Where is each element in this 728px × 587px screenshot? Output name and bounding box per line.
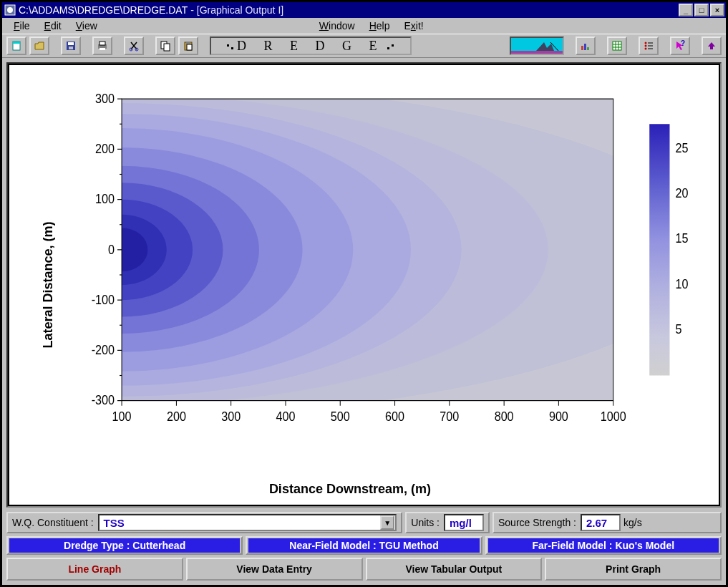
svg-rect-9: [100, 48, 105, 50]
svg-rect-24: [581, 46, 583, 50]
svg-rect-18: [231, 47, 233, 49]
open-file-button[interactable]: [29, 37, 49, 55]
spreadsheet-button[interactable]: [607, 37, 627, 55]
svg-text:5: 5: [676, 321, 682, 336]
colorbar: [649, 124, 669, 375]
dredge-type-badge: Dredge Type : Cutterhead: [6, 536, 243, 555]
svg-text:-200: -200: [92, 342, 115, 357]
svg-point-32: [645, 42, 647, 44]
list-icon: [643, 40, 654, 52]
svg-text:-300: -300: [92, 392, 115, 407]
control-panel: W.Q. Constituent : TSS ▼ Units : mg/l So…: [2, 509, 726, 585]
svg-text:300: 300: [221, 409, 241, 424]
x-tick: 200: [167, 401, 186, 424]
near-field-badge: Near-Field Model : TGU Method: [246, 536, 482, 555]
scissors-icon: [128, 40, 140, 52]
x-tick: 400: [276, 401, 296, 424]
x-tick: 900: [549, 401, 568, 424]
y-tick: -300: [92, 392, 122, 407]
menu-edit[interactable]: Edit: [37, 20, 69, 31]
y-tick: 200: [95, 141, 122, 156]
app-icon: [4, 4, 16, 16]
printer-icon: [97, 40, 108, 52]
help-button[interactable]: ?: [670, 37, 690, 55]
svg-text:900: 900: [549, 409, 568, 424]
new-file-button[interactable]: [6, 37, 26, 55]
minimize-button[interactable]: _: [679, 4, 693, 16]
window-subtitle: - [Graphical Output I]: [190, 4, 283, 16]
menu-view[interactable]: View: [69, 20, 105, 31]
heatmap-plot: 300 200 100 0 -100 -200 -300: [42, 74, 707, 476]
banner-text: D R E D G E: [237, 39, 384, 54]
combo-dropdown-button[interactable]: ▼: [380, 515, 394, 530]
menu-window[interactable]: Window: [312, 20, 362, 31]
thumbnail-preview: [510, 37, 564, 55]
svg-rect-27: [613, 42, 621, 50]
upload-button[interactable]: [702, 37, 722, 55]
paste-icon: [183, 40, 194, 52]
x-tick: 300: [221, 401, 241, 424]
svg-text:400: 400: [276, 409, 296, 424]
svg-point-1: [7, 7, 13, 13]
open-folder-icon: [34, 40, 45, 52]
svg-rect-3: [13, 42, 20, 44]
help-arrow-icon: ?: [674, 40, 686, 52]
view-data-entry-button[interactable]: View Data Entry: [186, 558, 363, 581]
svg-rect-20: [392, 44, 394, 47]
svg-rect-25: [584, 44, 586, 50]
cut-button[interactable]: [124, 37, 144, 55]
units-value: mg/l: [444, 514, 484, 531]
print-button[interactable]: [92, 37, 112, 55]
save-button[interactable]: [61, 37, 81, 55]
svg-text:100: 100: [112, 409, 132, 424]
menu-bar: File Edit View Window Help Exit!: [2, 18, 726, 34]
svg-text:800: 800: [495, 409, 514, 424]
svg-rect-5: [68, 42, 74, 45]
menu-exit[interactable]: Exit!: [397, 20, 430, 31]
svg-text:200: 200: [167, 409, 186, 424]
constituent-label: W.Q. Constituent :: [12, 517, 94, 528]
far-field-badge: Far-Field Model : Kuo's Model: [485, 536, 722, 555]
constituent-combo[interactable]: TSS ▼: [98, 514, 397, 531]
x-tick: 1000: [601, 401, 626, 424]
svg-text:25: 25: [676, 140, 689, 155]
floppy-disk-icon: [65, 40, 77, 52]
print-graph-button[interactable]: Print Graph: [545, 558, 722, 581]
constituent-field: W.Q. Constituent : TSS ▼: [6, 512, 402, 533]
bar-chart-icon: [580, 40, 591, 52]
svg-text:0: 0: [108, 242, 115, 257]
svg-rect-19: [387, 47, 389, 49]
list-button[interactable]: [639, 37, 659, 55]
svg-rect-6: [69, 47, 73, 49]
line-graph-button[interactable]: Line Graph: [6, 558, 183, 581]
x-axis-title: Distance Downstream, (m): [269, 482, 431, 497]
client-area: Lateral Distance, (m) Distance Downstrea…: [2, 58, 726, 585]
title-bar: C:\ADDAMS\DREDGE\DREDGE.DAT - [Graphical…: [2, 2, 726, 18]
new-file-icon: [11, 40, 22, 52]
svg-text:20: 20: [676, 185, 689, 200]
x-tick: 100: [112, 401, 132, 424]
chart-button[interactable]: [576, 37, 596, 55]
spreadsheet-icon: [611, 40, 623, 52]
constituent-value: TSS: [100, 517, 381, 529]
svg-rect-26: [587, 47, 589, 50]
menu-file[interactable]: File: [6, 20, 37, 31]
svg-text:1000: 1000: [601, 409, 626, 424]
paste-button[interactable]: [178, 37, 198, 55]
x-tick: 700: [440, 401, 459, 424]
plot-frame: Lateral Distance, (m) Distance Downstrea…: [6, 62, 722, 508]
maximize-button[interactable]: □: [694, 4, 709, 16]
toolbar: D R E D G E ?: [2, 34, 726, 58]
up-arrow-icon: [706, 40, 717, 52]
svg-point-34: [645, 48, 647, 50]
close-button[interactable]: ×: [710, 4, 724, 16]
copy-icon: [160, 40, 171, 52]
dredge-right-icon: [384, 40, 399, 52]
menu-help[interactable]: Help: [362, 20, 397, 31]
view-tabular-output-button[interactable]: View Tabular Output: [366, 558, 543, 581]
strength-label: Source Strength :: [498, 517, 576, 528]
strength-suffix: kg/s: [623, 517, 642, 528]
window-title: C:\ADDAMS\DREDGE\DREDGE.DAT: [19, 4, 188, 16]
svg-text:200: 200: [95, 141, 115, 156]
copy-button[interactable]: [155, 37, 175, 55]
